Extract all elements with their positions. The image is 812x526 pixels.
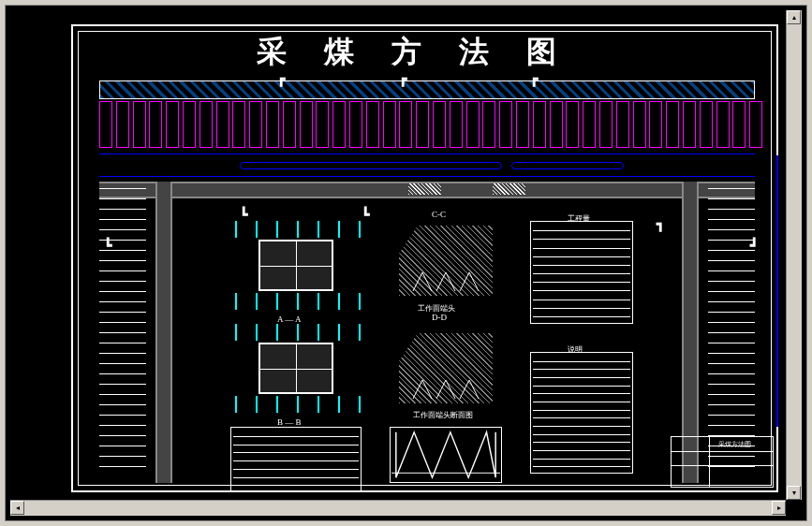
roadway-vertical-left (155, 182, 172, 483)
hydraulic-support (366, 101, 379, 148)
table-2 (530, 352, 633, 474)
hydraulic-support (616, 101, 629, 148)
hydraulic-support (133, 101, 146, 148)
section-dd-support (408, 375, 483, 403)
section-dd-caption: 工作面端头断面图 (413, 410, 473, 420)
hydraulic-support (349, 101, 362, 148)
hydraulic-support (683, 101, 696, 148)
goaf-area (99, 80, 755, 99)
hydraulic-support (383, 101, 396, 148)
vertical-scrollbar[interactable]: ▴ ▾ (786, 10, 802, 500)
section-cc-support (408, 268, 483, 296)
table-1-title: 工程量 (568, 213, 590, 224)
ray-line (297, 324, 299, 341)
ray-line (338, 324, 340, 341)
section-cut-marker: ┓ (657, 216, 664, 232)
hydraulic-support (332, 101, 346, 148)
hydraulic-support (599, 101, 613, 148)
hydraulic-support (116, 101, 129, 148)
hydraulic-support (732, 101, 746, 148)
ray-line (338, 221, 340, 238)
section-cut-marker: ┛ (750, 238, 758, 254)
hydraulic-support (183, 101, 196, 148)
table-3 (230, 427, 362, 492)
hydraulic-support (216, 101, 229, 148)
section-cut-marker: ┗ (362, 207, 369, 223)
section-cc-label: C-C (432, 210, 446, 219)
ray-line (359, 293, 361, 310)
section-cut-marker: ┗ (104, 238, 111, 254)
hydraulic-support (700, 101, 713, 148)
ray-line (338, 293, 340, 310)
horizontal-scrollbar[interactable]: ◂ ▸ (10, 500, 786, 516)
hydraulic-support (666, 101, 679, 148)
ray-line (317, 396, 319, 413)
hydraulic-support (533, 101, 546, 148)
ray-line (256, 293, 258, 310)
hydraulic-support (300, 101, 313, 148)
ray-line (297, 221, 299, 238)
zigzag-diagram (390, 427, 502, 483)
hydraulic-support (232, 101, 245, 148)
scroll-left-button[interactable]: ◂ (10, 501, 24, 515)
ray-line (256, 324, 258, 341)
section-cut-marker: ┏ (399, 71, 406, 87)
hydraulic-support (249, 101, 262, 148)
ray-line (235, 293, 237, 310)
ray-line (359, 324, 361, 341)
conveyor-segment (240, 162, 502, 169)
section-cut-marker: ┏ (277, 71, 285, 87)
hydraulic-support (633, 101, 646, 148)
ray-line (338, 396, 340, 413)
hydraulic-support (649, 101, 662, 148)
title-block-name: 采煤方法图 (718, 440, 751, 449)
hydraulic-support (499, 101, 512, 148)
ladder-left (99, 188, 146, 483)
hydraulic-support (450, 101, 463, 148)
ray-line (256, 221, 258, 238)
section-cut-marker: ┏ (530, 71, 538, 87)
hydraulic-support (99, 101, 112, 148)
ray-line (317, 324, 319, 341)
hydraulic-support (433, 101, 446, 148)
ray-line (317, 293, 319, 310)
ray-line (276, 293, 278, 310)
cad-viewport: 采煤方法图 // placeholder - supports generate… (5, 5, 807, 521)
hydraulic-support (550, 101, 563, 148)
hydraulic-support (416, 101, 429, 148)
drawing-title: 采煤方法图 (6, 32, 806, 73)
hydraulic-support (316, 101, 329, 148)
hydraulic-support (716, 101, 730, 148)
section-dd-label: D-D (432, 313, 447, 322)
hydraulic-support (399, 101, 412, 148)
ray-line (359, 221, 361, 238)
hydraulic-support (166, 101, 179, 148)
scroll-down-button[interactable]: ▾ (787, 486, 801, 500)
hydraulic-support (266, 101, 279, 148)
section-bb-label: B — B (277, 417, 302, 427)
hydraulic-support (482, 101, 495, 148)
ray-line (276, 221, 278, 238)
title-block: 采煤方法图 (671, 436, 774, 488)
crosscut-2 (493, 183, 525, 195)
conveyor (99, 153, 755, 177)
ray-line (276, 396, 278, 413)
ray-line (297, 396, 299, 413)
ray-line (256, 396, 258, 413)
hydraulic-support (749, 101, 762, 148)
hydraulic-support (466, 101, 480, 148)
hydraulic-support (566, 101, 579, 148)
crosscut-1 (408, 183, 441, 195)
hydraulic-support (199, 101, 213, 148)
section-aa-label: A — A (277, 314, 302, 324)
scroll-up-button[interactable]: ▴ (787, 10, 801, 24)
conveyor-segment (511, 162, 624, 169)
hydraulic-support (583, 101, 596, 148)
hydraulic-support (516, 101, 529, 148)
scroll-right-button[interactable]: ▸ (772, 501, 786, 515)
ray-line (235, 396, 237, 413)
hydraulic-support (149, 101, 162, 148)
table-2-title: 说明 (568, 344, 583, 355)
section-cut-marker: ┗ (240, 207, 247, 223)
section-bb-tunnel (258, 343, 333, 394)
